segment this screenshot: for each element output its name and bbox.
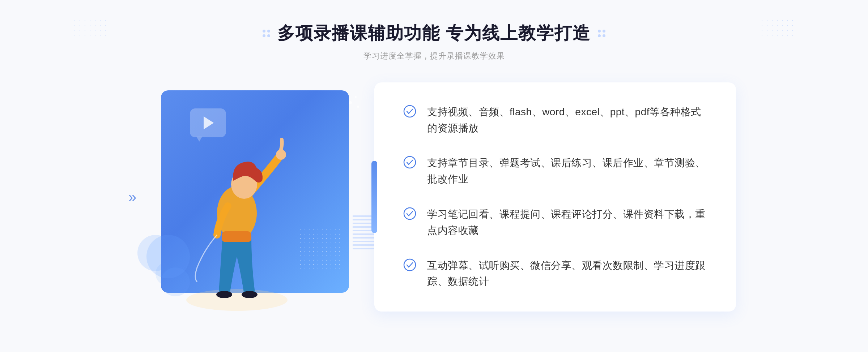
svg-rect-6 — [222, 231, 251, 242]
person-illustration — [175, 105, 298, 314]
page-container: 多项录播课辅助功能 专为线上教学打造 学习进度全掌握，提升录播课教学效果 » — [0, 0, 868, 352]
feature-text-2: 支持章节目录、弹题考试、课后练习、课后作业、章节测验、批改作业 — [427, 155, 707, 188]
feature-text-1: 支持视频、音频、flash、word、excel、ppt、pdf等各种格式的资源… — [427, 104, 707, 137]
check-icon-4 — [403, 258, 416, 271]
feature-item-4: 互动弹幕、试听购买、微信分享、观看次数限制、学习进度跟踪、数据统计 — [403, 258, 707, 290]
svg-point-5 — [242, 291, 258, 298]
main-content: » — [109, 80, 760, 314]
feature-text-3: 学习笔记回看、课程提问、课程评论打分、课件资料下载，重点内容收藏 — [427, 206, 707, 239]
svg-point-9 — [404, 208, 416, 219]
svg-point-10 — [404, 259, 416, 271]
main-title: 多项录播课辅助功能 专为线上教学打造 — [277, 22, 590, 45]
feature-item-3: 学习笔记回看、课程提问、课程评论打分、课件资料下载，重点内容收藏 — [403, 206, 707, 239]
feature-item-1: 支持视频、音频、flash、word、excel、ppt、pdf等各种格式的资源… — [403, 104, 707, 137]
illustration-wrapper — [132, 80, 385, 314]
svg-point-4 — [216, 291, 232, 298]
dot-grid-top-right — [760, 18, 796, 40]
dots-grid-decoration — [298, 228, 342, 271]
feature-item-2: 支持章节目录、弹题考试、课后练习、课后作业、章节测验、批改作业 — [403, 155, 707, 188]
title-deco-right — [598, 30, 605, 37]
title-deco-left — [263, 30, 270, 37]
dot-grid-top-left — [72, 18, 109, 40]
check-icon-2 — [403, 156, 416, 169]
check-icon-1 — [403, 105, 416, 118]
stripe-decoration — [353, 213, 374, 249]
title-row: 多项录播课辅助功能 专为线上教学打造 — [263, 22, 605, 45]
features-card: 支持视频、音频、flash、word、excel、ppt、pdf等各种格式的资源… — [374, 82, 736, 312]
svg-point-7 — [404, 106, 416, 117]
check-icon-3 — [403, 207, 416, 220]
svg-point-0 — [186, 289, 288, 311]
feature-text-4: 互动弹幕、试听购买、微信分享、观看次数限制、学习进度跟踪、数据统计 — [427, 258, 707, 290]
subtitle: 学习进度全掌握，提升录播课教学效果 — [263, 51, 605, 61]
header-section: 多项录播课辅助功能 专为线上教学打造 学习进度全掌握，提升录播课教学效果 — [263, 0, 605, 61]
svg-point-8 — [404, 156, 416, 168]
